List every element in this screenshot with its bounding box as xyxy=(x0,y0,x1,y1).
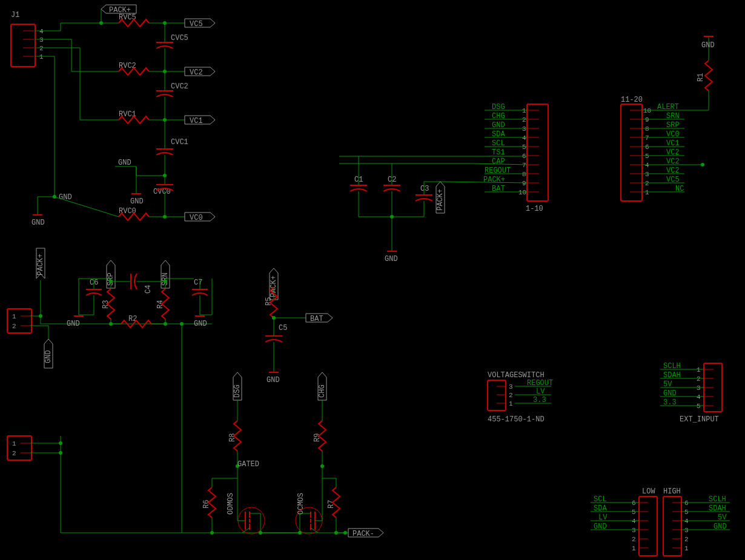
svg-text:GND: GND xyxy=(492,121,505,130)
svg-text:GND: GND xyxy=(663,389,677,398)
connector-j1: J1 4 3 2 1 xyxy=(11,11,44,67)
svg-point-60 xyxy=(163,215,167,219)
svg-text:3: 3 xyxy=(645,171,649,178)
netlabel-vc1: VC1 xyxy=(185,116,215,125)
connector-top-2pin: 1 2 xyxy=(7,309,31,333)
resistor-r9: R9 xyxy=(313,400,326,466)
svg-text:VC2: VC2 xyxy=(666,148,680,157)
svg-text:R4: R4 xyxy=(156,300,165,309)
svg-text:6: 6 xyxy=(684,499,689,507)
svg-text:PACK+: PACK+ xyxy=(483,176,505,184)
netlabel-packminus: PACK- xyxy=(348,529,383,538)
header-high: HIGH 6 5 4 3 2 1 SCLH SDAH 5V GND xyxy=(663,487,730,556)
svg-text:3: 3 xyxy=(632,527,636,534)
j1-pin4: 4 xyxy=(39,28,44,35)
svg-text:2: 2 xyxy=(12,323,16,330)
connector-bottom-2pin: 1 2 xyxy=(7,436,31,460)
gnd-c6: GND xyxy=(67,320,80,328)
svg-text:4: 4 xyxy=(522,134,526,142)
j1-pin1: 1 xyxy=(39,53,44,61)
netlabel-dsg: DSG xyxy=(233,372,242,400)
svg-text:1: 1 xyxy=(522,107,526,114)
netlabel-chg: CHG xyxy=(318,372,326,400)
svg-text:2: 2 xyxy=(12,450,16,457)
gnd-symbol-j1: GND xyxy=(31,219,45,227)
capacitor-c7: C7 xyxy=(192,278,208,315)
svg-text:8: 8 xyxy=(522,171,526,178)
svg-text:5: 5 xyxy=(684,509,689,516)
capacitor-c3: C3 xyxy=(416,182,432,217)
svg-text:7: 7 xyxy=(645,134,649,142)
svg-text:1-10: 1-10 xyxy=(526,205,543,213)
svg-text:SCLH: SCLH xyxy=(709,495,726,504)
svg-text:1: 1 xyxy=(632,545,636,552)
svg-text:6: 6 xyxy=(632,499,636,507)
svg-text:REGOUT: REGOUT xyxy=(485,166,511,175)
j1-pin3: 3 xyxy=(39,36,44,44)
svg-text:CHG: CHG xyxy=(318,384,326,398)
netlabel-packplus-left: PACK+ xyxy=(36,248,45,278)
svg-text:VC1: VC1 xyxy=(666,139,680,148)
svg-text:R3: R3 xyxy=(102,300,110,309)
svg-text:SDA: SDA xyxy=(492,130,505,139)
svg-text:LV: LV xyxy=(598,513,608,522)
svg-text:5V: 5V xyxy=(718,513,727,522)
svg-text:CVC1: CVC1 xyxy=(171,138,188,147)
capacitor-c4: C4 xyxy=(121,274,154,294)
svg-point-150 xyxy=(210,531,214,535)
capacitor-cvc0: CVC0 xyxy=(153,174,173,217)
netlabel-bat: BAT xyxy=(306,314,333,323)
capacitor-c5: C5 xyxy=(265,324,287,372)
svg-text:7: 7 xyxy=(522,162,526,169)
svg-text:REGOUT: REGOUT xyxy=(527,379,553,387)
svg-text:2: 2 xyxy=(632,536,636,543)
svg-text:10: 10 xyxy=(518,189,526,196)
svg-text:5: 5 xyxy=(645,153,649,160)
capacitor-c6: C6 xyxy=(86,278,102,315)
svg-text:10: 10 xyxy=(643,107,651,114)
svg-text:4: 4 xyxy=(697,394,701,401)
svg-text:6: 6 xyxy=(645,143,649,151)
svg-text:VC1: VC1 xyxy=(190,117,203,125)
svg-rect-114 xyxy=(7,436,31,460)
svg-text:VC0: VC0 xyxy=(666,130,680,139)
svg-text:SRP: SRP xyxy=(666,121,680,130)
svg-rect-257 xyxy=(621,104,642,201)
resistor-rvc2: RVC2 xyxy=(119,62,149,75)
svg-text:2: 2 xyxy=(684,536,689,543)
svg-text:SCL: SCL xyxy=(492,139,505,148)
resistor-r3: R3 xyxy=(102,289,114,326)
svg-text:PACK-: PACK- xyxy=(353,530,374,538)
svg-text:C5: C5 xyxy=(279,324,287,332)
svg-text:R2: R2 xyxy=(128,315,137,323)
svg-text:GND: GND xyxy=(594,522,607,531)
resistor-r8: R8 xyxy=(228,400,241,466)
capacitor-cvc5: CVC5 xyxy=(156,23,188,71)
svg-text:BAT: BAT xyxy=(310,315,323,323)
svg-text:R1: R1 xyxy=(697,73,705,82)
gnd-r1: GND xyxy=(701,41,715,50)
svg-text:SDAH: SDAH xyxy=(709,504,726,513)
mosfet-odmos: ODMOS xyxy=(227,493,265,535)
svg-text:1: 1 xyxy=(12,313,16,320)
svg-text:2: 2 xyxy=(522,116,526,124)
svg-text:TS1: TS1 xyxy=(492,148,505,157)
svg-text:5: 5 xyxy=(522,143,526,151)
svg-text:LV: LV xyxy=(536,387,545,396)
svg-text:DSG: DSG xyxy=(492,103,505,111)
svg-text:ODMOS: ODMOS xyxy=(227,493,235,515)
svg-rect-300 xyxy=(488,380,506,410)
svg-text:4: 4 xyxy=(645,162,649,169)
svg-text:VC5: VC5 xyxy=(666,176,680,184)
svg-text:1: 1 xyxy=(684,545,689,552)
svg-text:2: 2 xyxy=(645,180,649,187)
svg-text:2: 2 xyxy=(509,392,513,399)
svg-text:1: 1 xyxy=(645,189,649,196)
netlabel-gnd-leftvert: GND xyxy=(44,339,53,368)
svg-line-57 xyxy=(55,197,119,217)
svg-text:GND: GND xyxy=(44,350,53,363)
svg-text:ALERT: ALERT xyxy=(657,103,679,111)
svg-text:VOLTAGESWITCH: VOLTAGESWITCH xyxy=(488,371,545,380)
netlabel-vc0: VC0 xyxy=(185,212,215,222)
svg-text:CHG: CHG xyxy=(492,112,505,120)
